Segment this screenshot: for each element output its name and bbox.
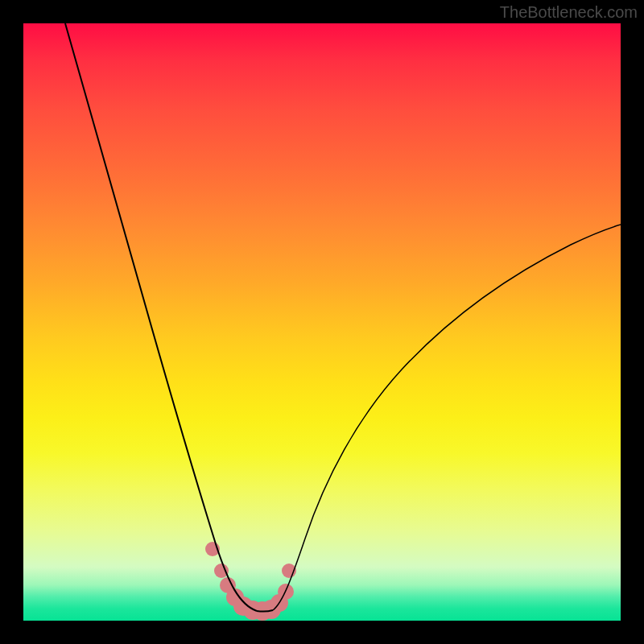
credit-watermark: TheBottleneck.com	[500, 3, 638, 22]
plot-area	[23, 23, 621, 621]
curve-right-branch	[273, 225, 621, 610]
bottleneck-curve-svg	[23, 23, 621, 621]
chart-frame: TheBottleneck.com	[0, 0, 644, 644]
curve-left-branch	[65, 23, 257, 611]
marker-dot	[214, 564, 229, 578]
